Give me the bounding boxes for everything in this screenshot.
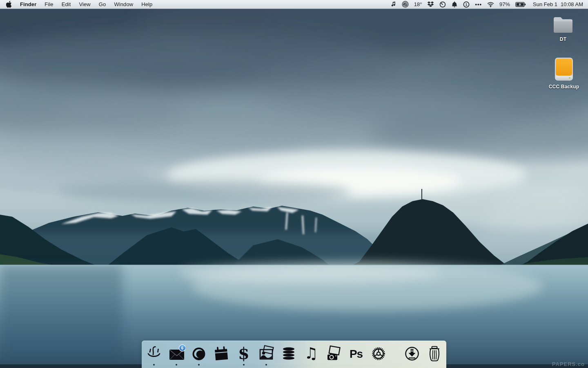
clock-time: 10:08 AM: [561, 1, 583, 7]
more-dots-icon[interactable]: •••: [474, 0, 483, 9]
dropbox-icon[interactable]: [426, 0, 435, 9]
calendar-icon: [212, 344, 230, 362]
running-indicator: [243, 364, 245, 366]
image-capture-icon: [325, 344, 343, 362]
mail-icon: 6: [167, 344, 185, 362]
running-indicator: [265, 364, 267, 366]
desktop-icon-label: DT: [560, 36, 566, 42]
wifi-icon[interactable]: [486, 0, 495, 9]
downloads-icon: [403, 344, 421, 362]
menu-go[interactable]: Go: [95, 0, 110, 9]
trash-icon: [425, 344, 443, 362]
database-icon: [280, 344, 298, 362]
dock-item-photoshop[interactable]: Ps: [347, 344, 365, 368]
finder-icon: [145, 344, 163, 362]
dock-item-photos[interactable]: [257, 344, 275, 368]
menu-clock[interactable]: Sun Feb 1 10:08 AM: [530, 1, 584, 7]
dock: 6 $: [142, 341, 446, 368]
dock-item-calendar[interactable]: [212, 344, 230, 368]
dock-item-database-app[interactable]: [280, 344, 298, 368]
dollar-icon: $: [235, 344, 253, 362]
firefox-icon: [190, 344, 208, 362]
temperature-reading[interactable]: 18°: [413, 0, 423, 9]
menu-file[interactable]: File: [40, 0, 57, 9]
battery-percent[interactable]: 97%: [499, 0, 511, 9]
svg-text:$: $: [238, 344, 249, 362]
menu-view[interactable]: View: [75, 0, 95, 9]
wallpaper-watermark: PAPERS.co: [552, 361, 585, 367]
photoshop-icon: Ps: [347, 344, 365, 362]
running-indicator: [153, 364, 155, 366]
apple-menu[interactable]: [0, 0, 16, 9]
apple-logo-icon: [6, 1, 12, 8]
dock-item-downloads[interactable]: [403, 344, 421, 368]
menu-window[interactable]: Window: [110, 0, 137, 9]
dock-item-finder[interactable]: [145, 344, 163, 368]
menu-finder[interactable]: Finder: [16, 0, 40, 9]
svg-text:Ps: Ps: [350, 348, 363, 360]
dock-item-mail[interactable]: 6: [167, 344, 185, 368]
menu-edit[interactable]: Edit: [58, 0, 75, 9]
dock-item-itunes[interactable]: ♫: [302, 344, 320, 368]
menu-help[interactable]: Help: [137, 0, 156, 9]
photos-icon: [257, 344, 275, 362]
dock-item-firefox[interactable]: [190, 344, 208, 368]
music-notes-icon: ♫: [302, 344, 320, 362]
desktop-icon-dt-folder[interactable]: DT: [543, 15, 583, 42]
dock-item-money-app[interactable]: $: [235, 344, 253, 368]
menu-bar: Finder File Edit View Go Window Help 18°: [0, 0, 588, 9]
external-drive-icon: [553, 57, 575, 82]
desktop-icon-label: CCC Backup: [549, 84, 579, 90]
dock-item-image-capture[interactable]: [325, 344, 343, 368]
desktop-wallpaper: [0, 0, 588, 368]
battery-charging-icon[interactable]: [514, 0, 527, 9]
mail-badge-count: 6: [181, 346, 184, 350]
dock-item-trash[interactable]: [425, 344, 443, 368]
music-icon[interactable]: [390, 0, 397, 9]
notifications-bell-icon[interactable]: [450, 0, 459, 9]
do-not-disturb-icon[interactable]: [439, 0, 447, 9]
svg-text:♫: ♫: [304, 344, 318, 362]
onepassword-icon[interactable]: 1: [462, 0, 470, 9]
gear-icon: [370, 344, 388, 362]
running-indicator: [176, 364, 177, 366]
weather-app-icon[interactable]: [401, 0, 410, 9]
clock-date: Sun Feb 1: [533, 1, 557, 7]
running-indicator: [198, 364, 200, 366]
svg-text:1: 1: [466, 2, 468, 7]
dock-item-system-preferences[interactable]: [370, 344, 388, 368]
folder-icon: [552, 15, 575, 34]
desktop-icon-ccc-backup-drive[interactable]: CCC Backup: [544, 57, 584, 90]
